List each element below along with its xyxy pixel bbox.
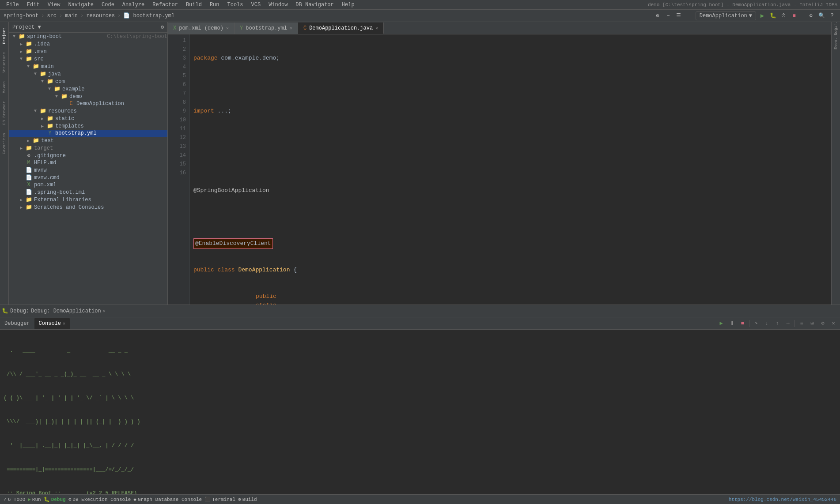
tree-item-static[interactable]: ▶ 📁 static	[9, 115, 167, 122]
tab-bootstrap[interactable]: Y bootstrap.yml ✕	[235, 23, 298, 34]
menu-item-vcs[interactable]: VCS	[248, 1, 265, 9]
evaluate-icon[interactable]: ≡	[797, 319, 806, 328]
settings-icon-console[interactable]: ⚙	[818, 319, 828, 328]
help-icon[interactable]: ?	[828, 11, 836, 20]
tree-item-test[interactable]: ▶ 📁 test	[9, 137, 167, 144]
status-left: ✓ 6 TODO ▶ Run 🐛 Debug ⚙ DB Execution Co…	[4, 496, 725, 502]
console-line-spring5: ' |____| .__|_| |_|_| |_\__, | / / / /	[4, 442, 836, 450]
tree-item-springbootiml[interactable]: ▶ 📄 .spring-boot.iml	[9, 188, 167, 196]
tree-item-example[interactable]: ▼ 📁 example	[9, 85, 167, 93]
tree-item-resources[interactable]: ▼ 📁 resources	[9, 107, 167, 115]
tree-item-templates[interactable]: ▶ 📁 templates	[9, 122, 167, 130]
run-button[interactable]: ▶	[758, 11, 767, 20]
folder-icon: 📁	[39, 71, 47, 77]
menu-item-view[interactable]: View	[44, 1, 64, 9]
tree-item-scratches[interactable]: ▶ 📁 Scratches and Consoles	[9, 203, 167, 211]
status-todo[interactable]: ✓ 6 TODO	[4, 496, 25, 502]
menu-item-dbnavigator[interactable]: DB Navigator	[292, 1, 337, 9]
project-panel-settings[interactable]: ⚙	[161, 24, 164, 30]
menu-item-help[interactable]: Help	[338, 1, 358, 9]
stop-button[interactable]: ■	[790, 11, 798, 20]
step-over-icon[interactable]: ↷	[751, 319, 761, 328]
status-graph-db[interactable]: ◆ Graph Database Console	[133, 496, 202, 502]
vtab-structure[interactable]: Structure	[0, 49, 8, 77]
left-vertical-tabs: Project Structure Maven DB Browser Favor…	[0, 22, 9, 305]
play-icon[interactable]: ▶	[716, 319, 726, 328]
tree-item-bootstrap-yml[interactable]: ▶ Y bootstrap.yml	[9, 130, 167, 137]
menu-item-file[interactable]: File	[3, 1, 23, 9]
menu-item-run[interactable]: Run	[206, 1, 223, 9]
debug-button[interactable]: 🐛	[768, 11, 777, 20]
close-panel-icon[interactable]: ✕	[829, 319, 838, 328]
tree-item-mvnw[interactable]: ▶ 📄 mvnw	[9, 166, 167, 174]
step-into-icon[interactable]: ↓	[762, 319, 772, 328]
code-editor[interactable]: package com.example.demo; import ...; @S…	[190, 34, 831, 305]
menu-item-navigate[interactable]: Navigate	[64, 1, 97, 9]
menu-item-code[interactable]: Code	[98, 1, 118, 9]
event-log-vtab[interactable]: Event Log	[832, 34, 840, 43]
tree-arrow: ▶	[18, 146, 25, 151]
tree-item-idea[interactable]: ▶ 📁 .idea	[9, 40, 167, 48]
tree-item-main[interactable]: ▼ 📁 main	[9, 63, 167, 70]
toolbar-split-icon[interactable]: ☰	[674, 11, 683, 20]
tree-item-external-libraries[interactable]: ▶ 📁 External Libraries	[9, 196, 167, 203]
tree-item-demo[interactable]: ▼ 📁 demo	[9, 93, 167, 100]
folder-icon: 📁	[46, 123, 54, 129]
tree-arrow: ▼	[53, 94, 60, 99]
menu-item-window[interactable]: Window	[265, 1, 291, 9]
yaml-file-icon: Y	[46, 130, 54, 136]
spring-banner: ' |____| .__|_| |_|_| |_\__, | / / / /	[4, 442, 134, 450]
line-num-3: 3	[168, 54, 189, 63]
tree-item-com[interactable]: ▼ 📁 com	[9, 78, 167, 85]
status-run[interactable]: ▶ Run	[28, 496, 41, 502]
tree-item-gitignore[interactable]: ▶ ⚙ .gitignore	[9, 152, 167, 159]
tree-item-spring-boot[interactable]: ▼ 📁 spring-boot C:\test\spring-boot	[9, 33, 167, 40]
tab-close-icon[interactable]: ✕	[290, 26, 292, 31]
restore-layout-icon[interactable]: ⊞	[807, 319, 817, 328]
tab-pomxml[interactable]: X pom.xml (demo) ✕	[168, 23, 235, 34]
tree-item-mvn[interactable]: ▶ 📁 .mvn	[9, 48, 167, 55]
console-close[interactable]: ✕	[63, 321, 65, 326]
menu-item-tools[interactable]: Tools	[224, 1, 247, 9]
menu-item-analyze[interactable]: Analyze	[119, 1, 148, 9]
status-db-execution[interactable]: ⚙ DB Execution Console	[68, 496, 131, 502]
menu-item-refactor[interactable]: Refactor	[149, 1, 182, 9]
tree-item-target[interactable]: ▶ 📁 target	[9, 144, 167, 152]
tree-item-helpmd[interactable]: ▶ M HELP.md	[9, 159, 167, 166]
step-out-icon[interactable]: ↑	[772, 319, 782, 328]
run-with-coverage-icon[interactable]: ⏱	[779, 11, 788, 20]
tree-item-pomxml[interactable]: ▶ X pom.xml	[9, 181, 167, 188]
stop-icon[interactable]: ■	[738, 319, 747, 328]
run-config-selector[interactable]: DemoApplication ▼	[696, 11, 756, 20]
toolbar-minus-icon[interactable]: −	[664, 11, 673, 20]
status-build[interactable]: ⚙ Build	[238, 496, 257, 502]
pause-icon[interactable]: ⏸	[727, 319, 737, 328]
tree-item-mvnwcmd[interactable]: ▶ 📄 mvnw.cmd	[9, 174, 167, 181]
vtab-db-browser[interactable]: DB Browser	[0, 98, 8, 128]
tab-close-icon[interactable]: ✕	[375, 26, 378, 31]
toolbar-settings-icon[interactable]: ⚙	[653, 11, 662, 20]
breadcrumb-src: src	[47, 13, 57, 19]
status-terminal[interactable]: ⬛ Terminal	[204, 496, 235, 502]
tree-item-src[interactable]: ▼ 📁 src	[9, 55, 167, 63]
menu-item-edit[interactable]: Edit	[23, 1, 43, 9]
menu-item-build[interactable]: Build	[182, 1, 205, 9]
blog-url[interactable]: https://blog.csdn.net/weixin_45452446	[729, 497, 836, 502]
search-icon[interactable]: 🔍	[817, 11, 826, 20]
code-token: public static void main (String[] args) …	[208, 283, 380, 305]
tab-debugger[interactable]: Debugger	[0, 318, 34, 329]
run-status-icon: ▶	[28, 496, 31, 502]
tab-console[interactable]: Console ✕	[34, 318, 70, 329]
status-debug[interactable]: 🐛 Debug	[44, 496, 66, 502]
console-output[interactable]: . ____ _ __ _ _ /\\ / ___'_ __ _ _(_)_ _…	[0, 330, 840, 494]
tree-item-java[interactable]: ▼ 📁 java	[9, 70, 167, 78]
tree-item-demoapplication[interactable]: ▶ C DemoApplication	[9, 100, 167, 107]
vtab-favorites[interactable]: Favorites	[0, 129, 8, 158]
run-to-cursor-icon[interactable]: →	[783, 319, 793, 328]
tab-demoapplication[interactable]: C DemoApplication.java ✕	[298, 23, 384, 34]
debug-close-icon[interactable]: ✕	[103, 308, 106, 314]
tab-close-icon[interactable]: ✕	[226, 26, 229, 31]
vtab-project[interactable]: Project	[0, 24, 8, 48]
settings-icon[interactable]: ⚙	[806, 11, 815, 20]
vtab-maven[interactable]: Maven	[0, 78, 8, 97]
